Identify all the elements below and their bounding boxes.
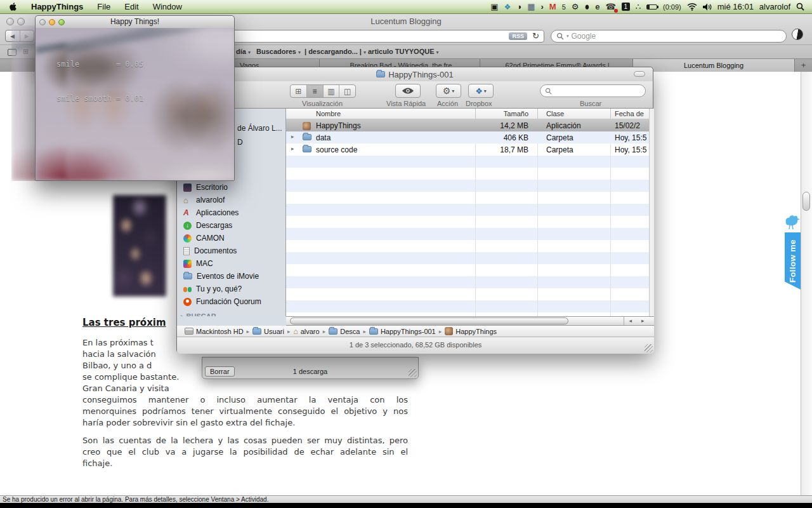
path-item-happythings-app[interactable]: HappyThings (445, 327, 497, 335)
disclosure-icon[interactable]: ▸ (291, 133, 294, 140)
sidebar-section-buscar[interactable]: ▸ BUSCAR (181, 312, 216, 316)
phone-sync-icon[interactable]: ☎ (606, 0, 616, 14)
search-input[interactable]: ▾ Google (551, 30, 787, 43)
path-item-happythings-001[interactable]: HappyThings-001 (369, 328, 436, 335)
coverflow-view-button[interactable]: ◫ (339, 85, 355, 97)
resize-grip[interactable] (645, 344, 653, 352)
battery-icon[interactable] (646, 4, 657, 10)
sidebar-item-home[interactable]: ⌂alvarolof (183, 195, 225, 205)
follow-me-ribbon[interactable]: Follow me (785, 232, 801, 290)
apple-icon[interactable] (9, 2, 17, 11)
dots-icon[interactable]: ∴ (636, 0, 641, 14)
chevron-icon[interactable]: › (540, 0, 543, 14)
path-item-descargas[interactable]: Desca (329, 328, 360, 335)
webcam-title-bar[interactable]: Happy Things! (36, 16, 234, 28)
sidebar-device-fragment[interactable]: D (237, 138, 243, 147)
new-tab-button[interactable]: + (795, 59, 812, 72)
sidebar-item-camon[interactable]: CAMON (183, 233, 225, 243)
close-button[interactable] (39, 19, 46, 25)
sidebar-item-fundacion-quorum[interactable]: Fundación Quorum (183, 297, 261, 307)
spotlight-icon[interactable] (796, 3, 804, 11)
documents-icon (183, 247, 190, 255)
quicklook-button[interactable] (395, 84, 421, 98)
hard-drive-icon (185, 328, 193, 335)
downloads-window: Borrar 1 descarga (202, 357, 419, 379)
minimize-button[interactable] (49, 19, 55, 25)
table-row[interactable]: HappyThings 14,2 MB Aplicación 15/02/2 (286, 119, 649, 131)
scroll-right-arrow[interactable]: ▸ (637, 317, 650, 325)
resize-grip[interactable] (409, 369, 417, 377)
path-item-usuarios[interactable]: Usuari (252, 328, 284, 335)
scrollbar-thumb[interactable] (290, 318, 568, 324)
horizontal-scrollbar[interactable]: ◂ ▸ (286, 316, 654, 326)
page-scrollbar[interactable] (801, 72, 812, 495)
table-row[interactable]: ▸ source code 18,7 MB Carpeta Hoy, 15:5 (286, 144, 649, 156)
app-menu-happythings[interactable]: HappyThings (31, 2, 83, 11)
zoom-button[interactable] (58, 19, 65, 25)
tab-lucentum-blogging[interactable]: Lucentum Blogging (632, 59, 795, 72)
scroll-left-arrow[interactable]: ◂ (624, 317, 637, 325)
list-scrollbar[interactable] (649, 109, 654, 316)
icon-view-button[interactable]: ⊞ (291, 85, 306, 97)
gmail-icon[interactable]: M (549, 0, 556, 14)
action-button[interactable]: ⚙ ▾ (436, 84, 461, 98)
disclosure-icon[interactable]: ▸ (181, 313, 184, 316)
app-window-icon[interactable]: ▣ (490, 0, 498, 14)
blog-heading[interactable]: Las tres próxim (82, 317, 166, 328)
finder-body: de Álvaro L... D Escritorio ⌂alvarolof A… (177, 109, 654, 316)
evernote-icon[interactable]: e (595, 0, 599, 14)
sidebar-device-fragment[interactable]: de Álvaro L... (237, 124, 282, 133)
bookmark-item[interactable]: articulo TUYYOQUE▾ (368, 48, 439, 55)
column-header-clase[interactable]: Clase (546, 110, 564, 117)
sidebar-item-escritorio[interactable]: Escritorio (183, 182, 228, 192)
rss-badge[interactable]: RSS (509, 32, 527, 40)
chevron-down-icon: ▾ (436, 50, 439, 55)
menu-window[interactable]: Window (153, 2, 182, 11)
toolbar-toggle-button[interactable] (634, 71, 645, 77)
scrollbar-thumb[interactable] (802, 192, 810, 211)
column-header-tamano[interactable]: Tamaño (475, 110, 528, 117)
bookmark-item[interactable]: Buscadores▾ (256, 48, 301, 55)
camera-icon[interactable]: ● (584, 0, 589, 16)
quorum-icon (183, 298, 192, 306)
clock[interactable]: mié 16:01 (717, 2, 754, 11)
sidebar-item-eventos-imovie[interactable]: Eventos de iMovie (183, 271, 259, 281)
column-view-button[interactable]: ▥ (323, 85, 339, 97)
table-row[interactable]: ▸ data 406 KB Carpeta Hoy, 15:5 (286, 131, 649, 144)
sidebar-item-documentos[interactable]: Documentos (183, 246, 237, 256)
disc-icon[interactable]: ◑ (516, 0, 521, 14)
bookmark-item[interactable]: día▾ (236, 48, 251, 55)
finder-search-input[interactable] (540, 84, 646, 97)
sidebar-item-descargas[interactable]: ↓Descargas (183, 220, 232, 231)
list-view-button[interactable]: ≡ (306, 85, 323, 97)
extension-icon[interactable] (792, 29, 803, 40)
sidebar-item-mac[interactable]: MAC (183, 258, 213, 269)
home-icon: ⌂ (293, 327, 298, 336)
dropbox-button[interactable]: ❖ ▾ (468, 84, 494, 98)
selection-status: 1 de 3 seleccionado, 68,52 GB disponible… (177, 341, 654, 349)
sidebar-item-aplicaciones[interactable]: AAplicaciones (183, 208, 239, 218)
column-header-nombre[interactable]: Nombre (316, 110, 341, 117)
gear-icon[interactable]: ⚙ (572, 0, 579, 14)
path-item-alvarolof[interactable]: ⌂alvaro (293, 327, 319, 336)
bookmark-item[interactable]: | descargando... |▾ (304, 48, 366, 55)
quicklook-label: Vista Rápida (386, 100, 426, 107)
menu-edit[interactable]: Edit (124, 2, 138, 11)
reload-icon[interactable]: ↻ (532, 31, 539, 41)
people-icon (183, 285, 192, 293)
column-divider (475, 109, 476, 119)
user-menu[interactable]: alvarolof (759, 2, 790, 11)
dropbox-icon[interactable]: ❖ (504, 0, 511, 14)
file-list: Nombre Tamaño Clase Fecha de HappyThings… (286, 109, 649, 316)
calendar-icon[interactable]: ▦ (527, 0, 535, 14)
wifi-icon[interactable] (687, 3, 697, 11)
finder-title-bar[interactable]: HappyThings-001 (177, 67, 653, 81)
keyboard-layout-icon[interactable]: 1 (622, 3, 630, 11)
column-header-fecha[interactable]: Fecha de (615, 110, 644, 117)
path-item-mackintosh-hd[interactable]: Mackintosh HD (185, 328, 244, 335)
battery-time: (0:09) (663, 0, 681, 14)
volume-icon[interactable] (703, 3, 712, 11)
disclosure-icon[interactable]: ▸ (291, 145, 294, 152)
sidebar-item-tu-y-yo[interactable]: Tu y yo, qué? (183, 284, 242, 294)
menu-file[interactable]: File (97, 2, 110, 11)
